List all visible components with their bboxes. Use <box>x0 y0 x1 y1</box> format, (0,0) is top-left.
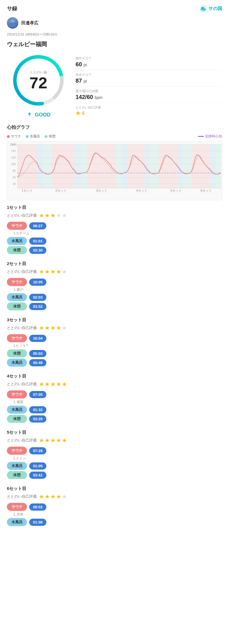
sauna-tag: サウナ <box>7 390 27 398</box>
activity-note-row: Lヒノキ? <box>7 343 222 348</box>
gauge-container: ととのい値 72 <box>10 52 67 109</box>
legend-rest: 休憩 <box>45 134 56 139</box>
header: サ録 サの国 <box>0 0 229 15</box>
svg-point-7 <box>29 113 30 114</box>
set-3-activities: サウナ 16:04 Lヒノキ? 休憩 05:03 水風呂 00:49 <box>7 334 222 367</box>
svg-rect-40 <box>210 144 216 189</box>
set-3-rating: ととのい自己評価 ★ ★ ★ ★ ★ <box>7 324 222 331</box>
svg-text:2セット: 2セット <box>55 189 66 192</box>
set-6-activities: サウナ 08:02 L 共有 水風呂 01:08 <box>7 503 222 526</box>
datetime: 2024/12/16 18時40分〜20時18分 <box>0 31 229 39</box>
stat-safe-value: 87 pt <box>76 77 222 84</box>
svg-rect-29 <box>81 144 87 189</box>
facility-name: ウェルビー福岡 <box>0 39 229 52</box>
sauna-dot <box>7 135 10 138</box>
activity-time: 03:28 <box>29 415 46 423</box>
set-5-rating: ととのい自己評価 ★ ★ ★ ★ ★ <box>7 437 222 444</box>
svg-text:40: 40 <box>13 182 16 186</box>
activity-note: L 共有 <box>13 512 23 517</box>
set-6: 6セット目 ととのい自己評価 ★ ★ ★ ★ ★ サウナ 08:02 L 共有 … <box>7 486 222 526</box>
avatar <box>7 17 18 29</box>
set-1-stars: ★ ★ ★ ★ ★ <box>39 212 67 219</box>
stats-section: 熱中スコア 60 pt 安全スコア 87 pt 最大/最小心拍数 142/60 … <box>76 52 222 119</box>
rest-dot <box>45 135 48 138</box>
activity-note: L 個室 <box>13 400 23 404</box>
svg-rect-30 <box>87 144 116 189</box>
stat-heat-label: 熱中スコア <box>76 56 222 61</box>
water-tag: 水風呂 <box>7 462 27 470</box>
activity-row: 休憩 03:30 <box>7 246 222 254</box>
set-3: 3セット目 ととのい自己評価 ★ ★ ★ ★ ★ サウナ 16:04 Lヒノキ?… <box>7 317 222 367</box>
legend-water: 水風呂 <box>26 134 40 139</box>
activity-time: 07:28 <box>29 447 46 454</box>
set-5: 5セット目 ととのい自己評価 ★ ★ ★ ★ ★ サウナ 07:28 Lメイン … <box>7 430 222 479</box>
activity-time: 16:04 <box>29 335 46 342</box>
activity-row: サウナ 16:04 <box>7 334 222 342</box>
svg-text:140: 140 <box>11 149 16 153</box>
set-4-title: 4セット目 <box>7 373 222 379</box>
stat-rating-value: ★ 4 <box>76 110 222 116</box>
activity-row: 休憩 03:28 <box>7 415 222 423</box>
activity-row: 水風呂 01:05 <box>7 462 222 470</box>
water-tag: 水風呂 <box>7 359 27 367</box>
legend-resting-hr: 安静時心拍 <box>198 134 222 139</box>
set-4-rating: ととのい自己評価 ★ ★ ★ ★ ★ <box>7 381 222 388</box>
activity-time: 08:27 <box>29 222 46 229</box>
activity-time: 07:05 <box>29 391 46 398</box>
activity-time: 01:05 <box>29 462 46 470</box>
activity-row: 水風呂 02:03 <box>7 293 222 301</box>
rest-tag: 休憩 <box>7 302 27 310</box>
set-3-title: 3セット目 <box>7 317 222 323</box>
svg-rect-31 <box>116 144 122 189</box>
svg-text:60: 60 <box>13 176 16 179</box>
svg-rect-41 <box>216 144 221 189</box>
activity-note-row: L 共有 <box>7 512 222 517</box>
activity-row: 休憩 03:41 <box>7 471 222 479</box>
set-2: 2セット目 ととのい自己評価 ★ ★ ★ ★ ★ サウナ 10:05 L 森の … <box>7 261 222 310</box>
activity-note: Lメイン <box>13 456 26 461</box>
activity-time: 08:02 <box>29 503 46 511</box>
activity-row: 水風呂 01:08 <box>7 518 222 526</box>
set-2-title: 2セット目 <box>7 261 222 266</box>
rest-tag: 休憩 <box>7 349 27 357</box>
graph-wrapper: 160 140 120 100 80 60 40 (bpm) <box>7 141 222 200</box>
set-4-activities: サウナ 07:05 L 個室 水風呂 01:32 休憩 03:28 <box>7 390 222 423</box>
stat-hr-label: 最大/最小心拍数 <box>76 89 222 93</box>
set-5-activities: サウナ 07:28 Lメイン 水風呂 01:05 休憩 03:41 <box>7 447 222 479</box>
activity-row: サウナ 10:05 <box>7 278 222 286</box>
rest-tag: 休憩 <box>7 246 27 254</box>
svg-text:100: 100 <box>11 163 16 166</box>
set-5-title: 5セット目 <box>7 430 222 435</box>
set-4: 4セット目 ととのい自己評価 ★ ★ ★ ★ ★ サウナ 07:05 L 個室 … <box>7 373 222 423</box>
sets-section: 1セット目 ととのい自己評価 ★ ★ ★ ★ ★ サウナ 08:27 Lスチーム… <box>0 200 229 538</box>
activity-note: Lスチーム <box>13 231 29 236</box>
sauna-tag: サウナ <box>7 278 27 286</box>
activity-row: 休憩 03:02 <box>7 302 222 310</box>
activity-time: 01:01 <box>29 238 46 245</box>
set-2-activities: サウナ 10:05 L 森の 水風呂 02:03 休憩 03:02 <box>7 278 222 310</box>
svg-rect-26 <box>43 144 52 189</box>
activity-row: 水風呂 01:32 <box>7 406 222 414</box>
page-title: サ録 <box>7 5 17 12</box>
rest-tag: 休憩 <box>7 471 27 479</box>
water-tag: 水風呂 <box>7 293 27 301</box>
graph-section: 心拍グラフ サウナ 水風呂 休憩 安静時心拍 160 140 120 100 8… <box>0 119 229 200</box>
stat-safe-label: 安全スコア <box>76 73 222 77</box>
set-6-stars: ★ ★ ★ ★ ★ <box>39 493 67 500</box>
set-4-stars: ★ ★ ★ ★ ★ <box>39 381 67 388</box>
svg-rect-37 <box>177 144 183 189</box>
activity-note-row: L 森の <box>7 287 222 292</box>
activity-row: サウナ 08:27 <box>7 222 222 230</box>
logo-text: サの国 <box>208 6 222 12</box>
svg-text:5セット: 5セット <box>170 189 181 192</box>
legend-sauna: サウナ <box>7 134 21 139</box>
heart-rate-chart: 160 140 120 100 80 60 40 (bpm) <box>7 141 222 199</box>
sauna-tag: サウナ <box>7 222 27 230</box>
svg-rect-32 <box>122 144 127 189</box>
svg-text:80: 80 <box>13 169 16 172</box>
activity-time: 03:02 <box>29 303 46 310</box>
set-6-title: 6セット目 <box>7 486 222 491</box>
activity-time: 01:08 <box>29 519 46 526</box>
set-2-stars: ★ ★ ★ ★ ★ <box>39 268 67 275</box>
activity-time: 10:05 <box>29 279 46 286</box>
